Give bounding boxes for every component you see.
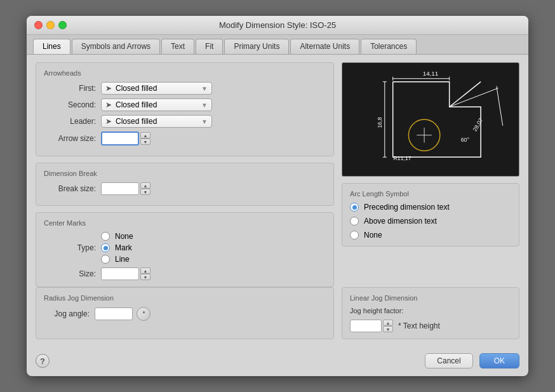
first-dropdown-icon: ▼ xyxy=(201,85,208,92)
close-button[interactable] xyxy=(34,21,43,29)
dimension-break-section: Dimension Break Break size: 3.75 ▲ ▼ xyxy=(36,163,334,206)
arrow-size-up[interactable]: ▲ xyxy=(140,132,150,139)
center-marks-title: Center Marks xyxy=(44,219,326,227)
maximize-button[interactable] xyxy=(58,21,67,29)
title-bar: Modify Dimension Style: ISO-25 xyxy=(27,16,528,35)
ok-button[interactable]: OK xyxy=(479,353,519,368)
minimize-button[interactable] xyxy=(46,21,55,29)
center-type-radio-group: None Mark Line xyxy=(101,232,133,264)
center-none-label: None xyxy=(115,232,133,241)
center-size-row: Size: 2.5 ▲ ▼ xyxy=(44,267,326,280)
jog-height-down[interactable]: ▼ xyxy=(383,326,393,332)
arrow-size-spinbox: 2.5 ▲ ▼ xyxy=(101,132,150,145)
arrow-size-down[interactable]: ▼ xyxy=(140,139,150,145)
main-window: Modify Dimension Style: ISO-25 Lines Sym… xyxy=(27,16,528,376)
arc-radio-group: Preceding dimension text Above dimension… xyxy=(350,203,511,240)
arrow-size-row: Arrow size: 2.5 ▲ ▼ xyxy=(44,132,326,145)
leader-arrow-icon: ➤ xyxy=(105,117,112,126)
arc-above-radio[interactable] xyxy=(350,217,359,226)
center-marks-section: Center Marks Type: None xyxy=(36,212,334,287)
right-panel: 14,11 16,8 xyxy=(342,62,519,287)
radius-jog-section: Radius Jog Dimension Jog angle: 45 xyxy=(36,287,334,339)
second-arrow-icon: ➤ xyxy=(105,100,112,109)
tab-primary-units[interactable]: Primary Units xyxy=(224,39,289,54)
jog-height-buttons: ▲ ▼ xyxy=(383,320,393,332)
tab-fit[interactable]: Fit xyxy=(196,39,223,54)
arrow-size-input[interactable]: 2.5 xyxy=(101,132,139,145)
leader-select[interactable]: ➤ Closed filled ▼ xyxy=(101,115,212,128)
jog-angle-label: Jog angle: xyxy=(44,309,95,318)
content-area: Arrowheads First: ➤ Closed filled ▼ Seco… xyxy=(27,55,528,347)
jog-angle-input[interactable]: 45 xyxy=(95,308,133,320)
jog-dial[interactable] xyxy=(137,307,150,321)
break-size-input[interactable]: 3.75 xyxy=(101,182,139,195)
center-size-down[interactable]: ▼ xyxy=(140,274,150,280)
leader-dropdown-icon: ▼ xyxy=(201,118,208,125)
break-size-buttons: ▲ ▼ xyxy=(140,182,150,195)
break-size-label: Break size: xyxy=(44,184,101,193)
cancel-button[interactable]: Cancel xyxy=(425,353,472,368)
window-title: Modify Dimension Style: ISO-25 xyxy=(219,20,336,30)
radius-jog-title: Radius Jog Dimension xyxy=(44,294,326,302)
first-label: First: xyxy=(44,84,101,93)
jog-height-row: 1.5 ▲ ▼ * Text height xyxy=(350,320,511,332)
center-line-label: Line xyxy=(115,255,130,264)
footer-buttons: Cancel OK xyxy=(425,353,519,368)
arc-preceding-radio[interactable] xyxy=(350,203,359,212)
footer: ? Cancel OK xyxy=(27,347,528,376)
center-line-radio[interactable] xyxy=(101,255,110,264)
jog-height-input[interactable]: 1.5 xyxy=(350,320,382,332)
svg-text:14,11: 14,11 xyxy=(423,70,439,77)
center-type-line-row: Line xyxy=(101,255,133,264)
arc-none-label: None xyxy=(364,231,382,240)
window-controls xyxy=(34,21,67,29)
tab-text[interactable]: Text xyxy=(161,39,194,54)
second-row: Second: ➤ Closed filled ▼ xyxy=(44,98,326,111)
break-size-row: Break size: 3.75 ▲ ▼ xyxy=(44,182,326,195)
jog-height-up[interactable]: ▲ xyxy=(383,320,393,326)
tab-tolerances[interactable]: Tolerances xyxy=(361,39,417,54)
linear-jog-title: Linear Jog Dimension xyxy=(350,294,511,302)
svg-text:60°: 60° xyxy=(461,137,470,143)
center-mark-radio-dot xyxy=(104,246,108,250)
tab-symbols[interactable]: Symbols and Arrows xyxy=(72,39,160,54)
help-button[interactable]: ? xyxy=(36,354,50,368)
center-type-row: Type: None Mark xyxy=(44,232,326,264)
first-arrow-icon: ➤ xyxy=(105,84,112,93)
arrowheads-section: Arrowheads First: ➤ Closed filled ▼ Seco… xyxy=(36,62,334,156)
jog-height-suffix: * Text height xyxy=(398,321,440,330)
leader-label: Leader: xyxy=(44,117,101,126)
second-value: Closed filled xyxy=(116,100,201,109)
leader-value: Closed filled xyxy=(116,117,201,126)
center-size-buttons: ▲ ▼ xyxy=(140,267,150,280)
center-none-radio[interactable] xyxy=(101,232,110,241)
bottom-sections: Radius Jog Dimension Jog angle: 45 Linea… xyxy=(36,287,519,339)
arrow-size-buttons: ▲ ▼ xyxy=(140,132,150,145)
leader-row: Leader: ➤ Closed filled ▼ xyxy=(44,115,326,128)
jog-height-label: Jog height factor: xyxy=(350,307,511,314)
linear-jog-section: Linear Jog Dimension Jog height factor: … xyxy=(342,287,519,339)
center-size-up[interactable]: ▲ xyxy=(140,267,150,274)
tab-alternate-units[interactable]: Alternate Units xyxy=(290,39,359,54)
tab-lines[interactable]: Lines xyxy=(33,39,70,54)
arc-above-label: Above dimension text xyxy=(364,217,437,226)
svg-text:16,8: 16,8 xyxy=(377,117,383,128)
break-size-down[interactable]: ▼ xyxy=(140,189,150,195)
svg-text:R11,17: R11,17 xyxy=(393,155,411,161)
tabs-bar: Lines Symbols and Arrows Text Fit Primar… xyxy=(27,35,528,55)
first-select[interactable]: ➤ Closed filled ▼ xyxy=(101,82,212,95)
arc-length-section: Arc Length Symbol Preceding dimension te… xyxy=(342,183,519,247)
center-mark-label: Mark xyxy=(115,243,132,252)
jog-angle-row: Jog angle: 45 xyxy=(44,307,326,321)
break-size-up[interactable]: ▲ xyxy=(140,182,150,189)
center-type-label: Type: xyxy=(44,243,101,252)
second-label: Second: xyxy=(44,100,101,109)
arc-none-row: None xyxy=(350,231,511,240)
center-type-mark-row: Mark xyxy=(101,243,133,252)
arc-none-radio[interactable] xyxy=(350,231,359,240)
second-select[interactable]: ➤ Closed filled ▼ xyxy=(101,98,212,111)
center-size-input[interactable]: 2.5 xyxy=(101,267,139,280)
center-mark-radio[interactable] xyxy=(101,243,110,252)
svg-rect-0 xyxy=(343,63,519,176)
arrow-size-label: Arrow size: xyxy=(44,134,101,143)
